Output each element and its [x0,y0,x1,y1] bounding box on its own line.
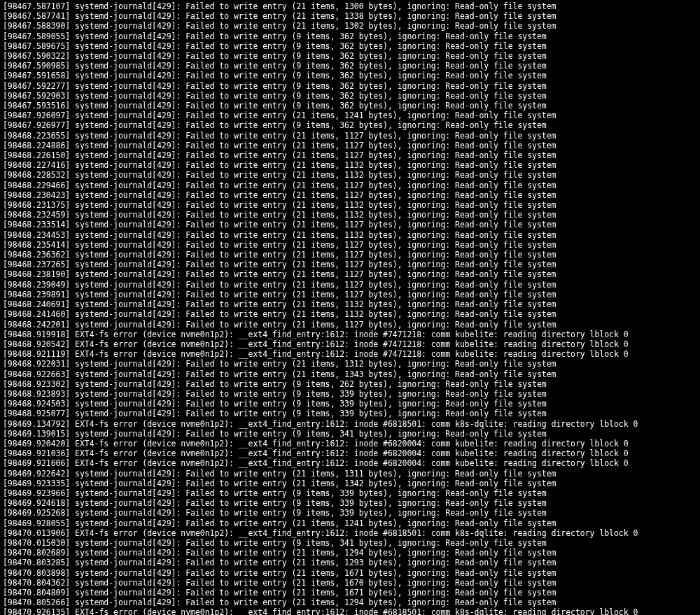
journald-error-line: [98468.237265] systemd-journald[429]: Fa… [3,260,697,269]
ext4-error-line: [98468.920542] EXT4-fs error (device nvm… [3,339,697,349]
ext4-error-line: [98469.921606] EXT4-fs error (device nvm… [3,458,697,468]
journald-error-line: [98468.922663] systemd-journald[429]: Fa… [3,369,697,379]
journald-error-line: [98469.923966] systemd-journald[429]: Fa… [3,488,697,498]
journald-error-line: [98468.239891] systemd-journald[429]: Fa… [3,290,697,299]
journald-error-line: [98468.230423] systemd-journald[429]: Fa… [3,190,697,200]
journald-error-line: [98467.589675] systemd-journald[429]: Fa… [3,41,697,51]
journald-error-line: [98469.924618] systemd-journald[429]: Fa… [3,498,697,508]
ext4-error-line: [98469.921036] EXT4-fs error (device nvm… [3,448,697,458]
journald-error-line: [98468.236362] systemd-journald[429]: Fa… [3,250,697,260]
journald-error-line: [98468.239049] systemd-journald[429]: Fa… [3,280,697,290]
journald-error-line: [98468.229466] systemd-journald[429]: Fa… [3,181,697,190]
journald-error-line: [98470.805266] systemd-journald[429]: Fa… [3,598,697,607]
journald-error-line: [98470.803898] systemd-journald[429]: Fa… [3,568,697,578]
journald-error-line: [98468.240691] systemd-journald[429]: Fa… [3,299,697,309]
ext4-error-line: [98468.919918] EXT4-fs error (device nvm… [3,330,697,339]
journald-error-line: [98467.926977] systemd-journald[429]: Fa… [3,120,697,130]
journald-error-line: [98470.804362] systemd-journald[429]: Fa… [3,578,697,588]
journald-error-line: [98467.592277] systemd-journald[429]: Fa… [3,81,697,91]
journald-error-line: [98468.232459] systemd-journald[429]: Fa… [3,210,697,220]
journald-error-line: [98467.589055] systemd-journald[429]: Fa… [3,31,697,41]
journald-error-line: [98467.587107] systemd-journald[429]: Fa… [3,1,697,11]
journald-error-line: [98468.242201] systemd-journald[429]: Fa… [3,320,697,330]
journald-error-line: [98469.139015] systemd-journald[429]: Fa… [3,429,697,439]
ext4-error-line: [98470.013906] EXT4-fs error (device nvm… [3,528,697,538]
journald-error-line: [98468.226150] systemd-journald[429]: Fa… [3,150,697,160]
journald-error-line: [98470.803285] systemd-journald[429]: Fa… [3,558,697,567]
journald-error-line: [98468.227416] systemd-journald[429]: Fa… [3,160,697,170]
journald-error-line: [98470.804809] systemd-journald[429]: Fa… [3,588,697,598]
journald-error-line: [98468.922031] systemd-journald[429]: Fa… [3,359,697,369]
journald-error-line: [98469.923335] systemd-journald[429]: Fa… [3,479,697,488]
ext4-error-line: [98469.920420] EXT4-fs error (device nvm… [3,439,697,448]
journald-error-line: [98468.233514] systemd-journald[429]: Fa… [3,220,697,229]
journald-error-line: [98469.922642] systemd-journald[429]: Fa… [3,469,697,479]
journald-error-line: [98470.015030] systemd-journald[429]: Fa… [3,538,697,548]
journald-error-line: [98468.924503] systemd-journald[429]: Fa… [3,399,697,409]
ext4-error-line: [98470.926135] EXT4-fs error (device nvm… [3,607,697,615]
journald-error-line: [98469.925268] systemd-journald[429]: Fa… [3,508,697,518]
journald-error-line: [98467.590322] systemd-journald[429]: Fa… [3,51,697,61]
journald-error-line: [98468.241460] systemd-journald[429]: Fa… [3,309,697,319]
journald-error-line: [98468.923893] systemd-journald[429]: Fa… [3,389,697,399]
journald-error-line: [98467.591658] systemd-journald[429]: Fa… [3,71,697,80]
journald-error-line: [98467.593516] systemd-journald[429]: Fa… [3,101,697,111]
journald-error-line: [98468.224886] systemd-journald[429]: Fa… [3,141,697,150]
journald-error-line: [98467.588390] systemd-journald[429]: Fa… [3,21,697,31]
journald-error-line: [98468.228532] systemd-journald[429]: Fa… [3,170,697,180]
journald-error-line: [98468.234453] systemd-journald[429]: Fa… [3,230,697,240]
journald-error-line: [98467.587741] systemd-journald[429]: Fa… [3,11,697,21]
journald-error-line: [98467.926097] systemd-journald[429]: Fa… [3,111,697,120]
journald-error-line: [98468.235414] systemd-journald[429]: Fa… [3,240,697,250]
kernel-console-output: [98467.587107] systemd-journald[429]: Fa… [0,0,700,615]
ext4-error-line: [98469.134792] EXT4-fs error (device nvm… [3,419,697,429]
journald-error-line: [98469.928055] systemd-journald[429]: Fa… [3,518,697,528]
journald-error-line: [98467.592903] systemd-journald[429]: Fa… [3,91,697,101]
journald-error-line: [98467.590985] systemd-journald[429]: Fa… [3,61,697,71]
journald-error-line: [98468.223655] systemd-journald[429]: Fa… [3,131,697,141]
journald-error-line: [98468.925077] systemd-journald[429]: Fa… [3,409,697,418]
journald-error-line: [98468.923302] systemd-journald[429]: Fa… [3,379,697,389]
ext4-error-line: [98468.921119] EXT4-fs error (device nvm… [3,349,697,359]
journald-error-line: [98468.231375] systemd-journald[429]: Fa… [3,200,697,210]
journald-error-line: [98470.802689] systemd-journald[429]: Fa… [3,548,697,558]
journald-error-line: [98468.238190] systemd-journald[429]: Fa… [3,269,697,279]
